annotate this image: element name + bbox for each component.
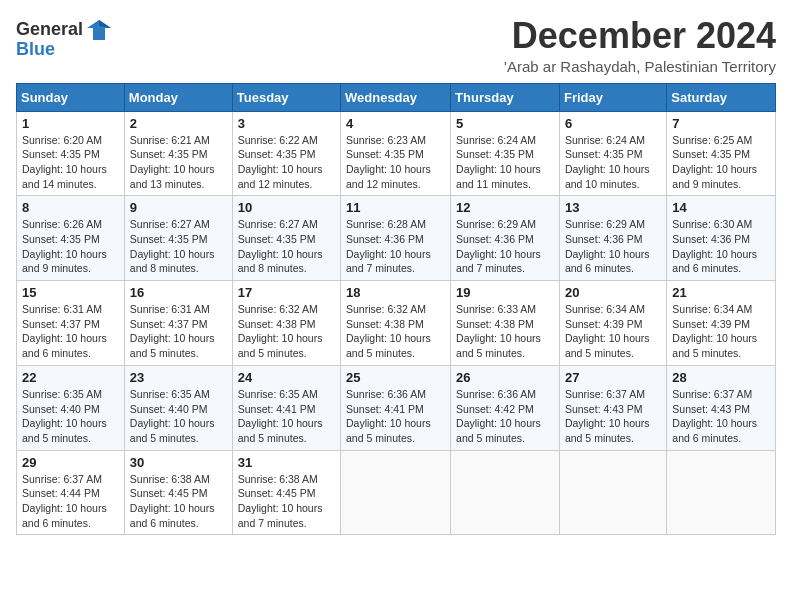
- calendar-cell: 4Sunrise: 6:23 AMSunset: 4:35 PMDaylight…: [341, 111, 451, 196]
- calendar-cell: 3Sunrise: 6:22 AMSunset: 4:35 PMDaylight…: [232, 111, 340, 196]
- calendar-cell: 21Sunrise: 6:34 AMSunset: 4:39 PMDayligh…: [667, 281, 776, 366]
- cell-sun-info: Sunrise: 6:26 AMSunset: 4:35 PMDaylight:…: [22, 217, 119, 276]
- day-number: 30: [130, 455, 227, 470]
- day-number: 2: [130, 116, 227, 131]
- cell-sun-info: Sunrise: 6:32 AMSunset: 4:38 PMDaylight:…: [346, 302, 445, 361]
- calendar-cell: 20Sunrise: 6:34 AMSunset: 4:39 PMDayligh…: [559, 281, 666, 366]
- calendar-week-row: 29Sunrise: 6:37 AMSunset: 4:44 PMDayligh…: [17, 450, 776, 535]
- cell-sun-info: Sunrise: 6:36 AMSunset: 4:42 PMDaylight:…: [456, 387, 554, 446]
- day-number: 4: [346, 116, 445, 131]
- logo: General Blue: [16, 16, 113, 60]
- calendar-cell: 26Sunrise: 6:36 AMSunset: 4:42 PMDayligh…: [451, 365, 560, 450]
- title-area: December 2024 'Arab ar Rashaydah, Palest…: [504, 16, 776, 75]
- day-header-friday: Friday: [559, 83, 666, 111]
- day-number: 22: [22, 370, 119, 385]
- calendar-cell: 23Sunrise: 6:35 AMSunset: 4:40 PMDayligh…: [124, 365, 232, 450]
- calendar-cell: 30Sunrise: 6:38 AMSunset: 4:45 PMDayligh…: [124, 450, 232, 535]
- cell-sun-info: Sunrise: 6:25 AMSunset: 4:35 PMDaylight:…: [672, 133, 770, 192]
- cell-sun-info: Sunrise: 6:35 AMSunset: 4:40 PMDaylight:…: [22, 387, 119, 446]
- cell-sun-info: Sunrise: 6:27 AMSunset: 4:35 PMDaylight:…: [238, 217, 335, 276]
- calendar-cell: 22Sunrise: 6:35 AMSunset: 4:40 PMDayligh…: [17, 365, 125, 450]
- calendar-cell: 11Sunrise: 6:28 AMSunset: 4:36 PMDayligh…: [341, 196, 451, 281]
- cell-sun-info: Sunrise: 6:24 AMSunset: 4:35 PMDaylight:…: [456, 133, 554, 192]
- day-number: 12: [456, 200, 554, 215]
- calendar-cell: 14Sunrise: 6:30 AMSunset: 4:36 PMDayligh…: [667, 196, 776, 281]
- cell-sun-info: Sunrise: 6:35 AMSunset: 4:41 PMDaylight:…: [238, 387, 335, 446]
- cell-sun-info: Sunrise: 6:37 AMSunset: 4:43 PMDaylight:…: [672, 387, 770, 446]
- calendar-cell: [341, 450, 451, 535]
- calendar-cell: 2Sunrise: 6:21 AMSunset: 4:35 PMDaylight…: [124, 111, 232, 196]
- calendar-cell: 19Sunrise: 6:33 AMSunset: 4:38 PMDayligh…: [451, 281, 560, 366]
- calendar-cell: 15Sunrise: 6:31 AMSunset: 4:37 PMDayligh…: [17, 281, 125, 366]
- day-number: 31: [238, 455, 335, 470]
- logo-general: General: [16, 20, 83, 40]
- day-header-tuesday: Tuesday: [232, 83, 340, 111]
- calendar-cell: [559, 450, 666, 535]
- day-number: 1: [22, 116, 119, 131]
- day-number: 7: [672, 116, 770, 131]
- day-number: 16: [130, 285, 227, 300]
- location-title: 'Arab ar Rashaydah, Palestinian Territor…: [504, 58, 776, 75]
- calendar-cell: 9Sunrise: 6:27 AMSunset: 4:35 PMDaylight…: [124, 196, 232, 281]
- cell-sun-info: Sunrise: 6:32 AMSunset: 4:38 PMDaylight:…: [238, 302, 335, 361]
- day-number: 29: [22, 455, 119, 470]
- day-header-sunday: Sunday: [17, 83, 125, 111]
- day-number: 6: [565, 116, 661, 131]
- calendar-cell: 17Sunrise: 6:32 AMSunset: 4:38 PMDayligh…: [232, 281, 340, 366]
- calendar-cell: [451, 450, 560, 535]
- calendar-cell: 8Sunrise: 6:26 AMSunset: 4:35 PMDaylight…: [17, 196, 125, 281]
- cell-sun-info: Sunrise: 6:24 AMSunset: 4:35 PMDaylight:…: [565, 133, 661, 192]
- cell-sun-info: Sunrise: 6:23 AMSunset: 4:35 PMDaylight:…: [346, 133, 445, 192]
- day-number: 26: [456, 370, 554, 385]
- day-number: 10: [238, 200, 335, 215]
- day-number: 28: [672, 370, 770, 385]
- calendar-cell: 5Sunrise: 6:24 AMSunset: 4:35 PMDaylight…: [451, 111, 560, 196]
- day-number: 20: [565, 285, 661, 300]
- day-number: 3: [238, 116, 335, 131]
- calendar-cell: 13Sunrise: 6:29 AMSunset: 4:36 PMDayligh…: [559, 196, 666, 281]
- cell-sun-info: Sunrise: 6:35 AMSunset: 4:40 PMDaylight:…: [130, 387, 227, 446]
- cell-sun-info: Sunrise: 6:27 AMSunset: 4:35 PMDaylight:…: [130, 217, 227, 276]
- cell-sun-info: Sunrise: 6:21 AMSunset: 4:35 PMDaylight:…: [130, 133, 227, 192]
- month-title: December 2024: [504, 16, 776, 56]
- day-number: 18: [346, 285, 445, 300]
- cell-sun-info: Sunrise: 6:28 AMSunset: 4:36 PMDaylight:…: [346, 217, 445, 276]
- day-number: 15: [22, 285, 119, 300]
- calendar-week-row: 1Sunrise: 6:20 AMSunset: 4:35 PMDaylight…: [17, 111, 776, 196]
- calendar-cell: 10Sunrise: 6:27 AMSunset: 4:35 PMDayligh…: [232, 196, 340, 281]
- calendar-header-row: SundayMondayTuesdayWednesdayThursdayFrid…: [17, 83, 776, 111]
- calendar-cell: 1Sunrise: 6:20 AMSunset: 4:35 PMDaylight…: [17, 111, 125, 196]
- day-header-saturday: Saturday: [667, 83, 776, 111]
- calendar-cell: 18Sunrise: 6:32 AMSunset: 4:38 PMDayligh…: [341, 281, 451, 366]
- cell-sun-info: Sunrise: 6:33 AMSunset: 4:38 PMDaylight:…: [456, 302, 554, 361]
- cell-sun-info: Sunrise: 6:31 AMSunset: 4:37 PMDaylight:…: [130, 302, 227, 361]
- day-header-thursday: Thursday: [451, 83, 560, 111]
- calendar-cell: 12Sunrise: 6:29 AMSunset: 4:36 PMDayligh…: [451, 196, 560, 281]
- cell-sun-info: Sunrise: 6:29 AMSunset: 4:36 PMDaylight:…: [456, 217, 554, 276]
- day-number: 27: [565, 370, 661, 385]
- day-number: 14: [672, 200, 770, 215]
- day-number: 5: [456, 116, 554, 131]
- calendar-cell: 25Sunrise: 6:36 AMSunset: 4:41 PMDayligh…: [341, 365, 451, 450]
- calendar-cell: 31Sunrise: 6:38 AMSunset: 4:45 PMDayligh…: [232, 450, 340, 535]
- day-number: 21: [672, 285, 770, 300]
- calendar-cell: 29Sunrise: 6:37 AMSunset: 4:44 PMDayligh…: [17, 450, 125, 535]
- calendar-cell: [667, 450, 776, 535]
- cell-sun-info: Sunrise: 6:38 AMSunset: 4:45 PMDaylight:…: [130, 472, 227, 531]
- day-number: 19: [456, 285, 554, 300]
- cell-sun-info: Sunrise: 6:37 AMSunset: 4:44 PMDaylight:…: [22, 472, 119, 531]
- cell-sun-info: Sunrise: 6:31 AMSunset: 4:37 PMDaylight:…: [22, 302, 119, 361]
- cell-sun-info: Sunrise: 6:34 AMSunset: 4:39 PMDaylight:…: [565, 302, 661, 361]
- cell-sun-info: Sunrise: 6:29 AMSunset: 4:36 PMDaylight:…: [565, 217, 661, 276]
- calendar-week-row: 15Sunrise: 6:31 AMSunset: 4:37 PMDayligh…: [17, 281, 776, 366]
- calendar-week-row: 22Sunrise: 6:35 AMSunset: 4:40 PMDayligh…: [17, 365, 776, 450]
- day-number: 23: [130, 370, 227, 385]
- day-number: 13: [565, 200, 661, 215]
- day-header-wednesday: Wednesday: [341, 83, 451, 111]
- day-number: 9: [130, 200, 227, 215]
- cell-sun-info: Sunrise: 6:38 AMSunset: 4:45 PMDaylight:…: [238, 472, 335, 531]
- cell-sun-info: Sunrise: 6:36 AMSunset: 4:41 PMDaylight:…: [346, 387, 445, 446]
- cell-sun-info: Sunrise: 6:37 AMSunset: 4:43 PMDaylight:…: [565, 387, 661, 446]
- cell-sun-info: Sunrise: 6:34 AMSunset: 4:39 PMDaylight:…: [672, 302, 770, 361]
- day-number: 24: [238, 370, 335, 385]
